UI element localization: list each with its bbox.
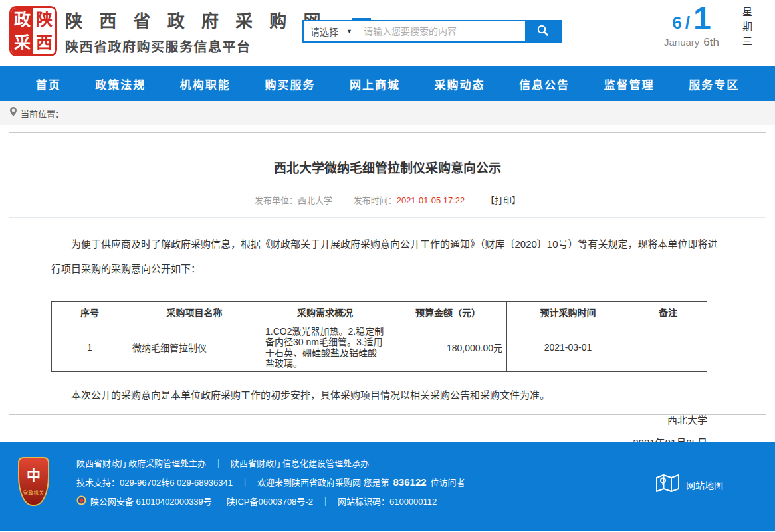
col-header-demand: 采购需求概况 [261,302,389,323]
nav-item-announcements[interactable]: 信息公告 [519,76,570,92]
cell-no: 1 [52,323,128,372]
nav-item-purchase-services[interactable]: 购买服务 [265,76,315,92]
footer-host: 陕西省财政厅政府采购管理处主办 [76,456,206,469]
search-category-select[interactable]: 请选择 ▼ [304,21,361,41]
site-subtitle: 陕西省政府购买服务信息平台 [65,37,327,56]
signature-org: 西北大学 [9,412,766,426]
table-row: 1 微纳毛细管拉制仪 1.CO2激光器加热。2.稳定制备内径30 nm毛细管。3… [52,323,707,372]
nav-item-service-zone[interactable]: 服务专区 [689,76,739,92]
nav-item-supervision[interactable]: 监督管理 [604,76,655,92]
logo-seal-icon: 政 陕 采 西 [9,6,57,56]
announcement-card: 西北大学微纳毛细管拉制仪采购意向公示 发布单位：西北大学 发布时间：2021-0… [9,132,766,415]
col-header-note: 备注 [629,302,707,323]
footer-undertake: 陕西省财政厅信息化建设管理处承办 [231,456,369,469]
date-day-ordinal: 6th [703,36,719,48]
print-button[interactable]: 【打印】 [486,195,520,205]
search-select-indicator [352,18,371,21]
closing-paragraph: 本次公开的采购意向是本单位政府采购工作的初步安排，具体采购项目情况以相关采购公告… [51,387,724,401]
sitemap-button[interactable]: 网站地图 [655,473,723,496]
footer-welcome: 欢迎来到陕西省政府采购网 您是第 [257,476,389,488]
main-nav: 首页 政策法规 机构职能 购买服务 网上商城 采购动态 信息公告 监督管理 服务… [0,66,775,101]
breadcrumb-label: 当前位置： [21,107,64,120]
date-separator: / [685,14,690,31]
nav-item-online-mall[interactable]: 网上商城 [350,76,400,92]
footer-separator: ｜ [241,476,249,488]
footer-line-3: 陕公网安备 61010402000339号 陕ICP备06003708号-2 ｜… [76,495,775,507]
footer-separator: ｜ [214,456,223,469]
footer-tech-support: 技术支持：029-96702转6 029-68936341 [76,476,233,488]
col-header-time: 预计采购时间 [507,302,629,323]
security-record-link[interactable]: 陕公网安备 61010402000339号 [90,495,212,507]
seal-char: 政 [11,8,33,31]
publish-time: 2021-01-05 17:22 [397,195,465,205]
page-title: 西北大学微纳毛细管拉制仪采购意向公示 [9,133,766,176]
search-input[interactable] [361,21,525,41]
footer-visitor-suffix: 位访问者 [431,476,465,488]
cell-note [629,323,707,372]
footer: 中 党政机关 陕西省财政厅政府采购管理处主办 ｜ 陕西省财政厅信息化建设管理处承… [0,442,775,531]
article-meta: 发布单位：西北大学 发布时间：2021-01-05 17:22 【打印】 [9,193,766,218]
intro-paragraph: 为便于供应商及时了解政府采购信息，根据《财政部关于开展政府采购意向公开工作的通知… [51,232,724,281]
footer-line-1: 陕西省财政厅政府采购管理处主办 ｜ 陕西省财政厅信息化建设管理处承办 [76,456,775,469]
seal-char: 采 [11,31,33,54]
procurement-intent-table: 序号 采购项目名称 采购需求概况 预算金额（元） 预计采购时间 备注 1 微纳毛… [51,301,707,372]
site-code: 网站标识码：6100000112 [338,495,437,507]
chevron-down-icon: ▼ [346,28,352,35]
cell-demand: 1.CO2激光器加热。2.稳定制备内径30 nm毛细管。3.适用于石英、硼硅酸盐… [261,323,389,372]
top-header: 政 陕 采 西 陕 西 省 政 府 采 购 网 陕西省政府购买服务信息平台 请选… [0,0,775,66]
date-widget: 6 / 1 January6th [664,5,719,49]
breadcrumb: 当前位置： [0,101,775,125]
col-header-project-name: 采购项目名称 [128,302,261,323]
nav-item-procurement-news[interactable]: 采购动态 [435,76,485,92]
badge-emblem: 中 [19,464,48,484]
search-icon [536,24,549,39]
site-logo[interactable]: 政 陕 采 西 陕 西 省 政 府 采 购 网 陕西省政府购买服务信息平台 [9,6,327,56]
seal-char: 陕 [33,8,55,31]
icp-record-link[interactable]: 陕ICP备06003708号-2 [227,495,313,507]
publish-unit: 发布单位：西北大学 [255,195,332,205]
visitor-count: 836122 [393,476,427,488]
col-header-no: 序号 [52,302,128,323]
search-button[interactable] [525,21,560,41]
nav-item-policies[interactable]: 政策法规 [95,76,146,92]
site-title: 陕 西 省 政 府 采 购 网 [65,7,327,32]
police-badge-icon [76,495,86,507]
search-select-label: 请选择 [310,25,338,38]
footer-separator: ｜ [321,495,330,507]
nav-item-home[interactable]: 首页 [36,76,61,92]
sitemap-label: 网站地图 [686,478,723,491]
date-month-number: 6 [672,14,681,31]
cell-time: 2021-03-01 [507,323,629,372]
date-day-number: 1 [693,5,711,31]
cell-budget: 180,000.00元 [389,323,507,372]
search-bar: 请选择 ▼ [302,20,562,43]
publish-time-label: 发布时间： [354,195,397,205]
cell-project-name: 微纳毛细管拉制仪 [128,323,261,372]
main-content: 西北大学微纳毛细管拉制仪采购意向公示 发布单位：西北大学 发布时间：2021-0… [0,132,775,442]
col-header-budget: 预算金额（元） [389,302,507,323]
badge-label: 党政机关 [19,489,48,496]
location-pin-icon [9,106,21,120]
table-header-row: 序号 采购项目名称 采购需求概况 预算金额（元） 预计采购时间 备注 [52,302,707,323]
map-icon [655,473,680,496]
nav-item-functions[interactable]: 机构职能 [180,76,231,92]
date-month-name: January [664,37,699,48]
seal-char: 西 [33,31,55,54]
date-weekday: 星期三 [740,7,754,50]
